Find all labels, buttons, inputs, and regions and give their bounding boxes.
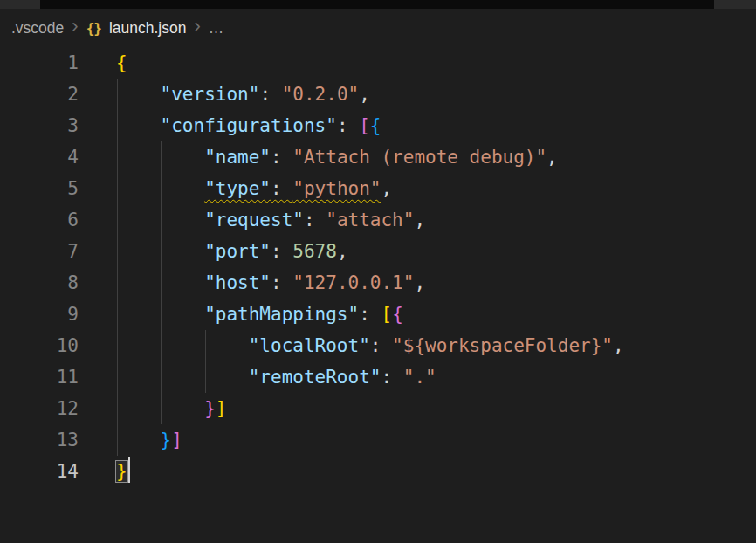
code-line[interactable]: "version": "0.2.0", [116, 79, 756, 110]
code-token: "." [403, 367, 436, 388]
code-token: "version" [161, 84, 260, 105]
code-token: "0.2.0" [282, 84, 360, 105]
line-number: 8 [0, 267, 79, 299]
code-line[interactable]: "type": "python", [116, 173, 756, 204]
code-line[interactable]: { [116, 47, 756, 79]
code-line[interactable]: "request": "attach", [116, 204, 756, 236]
vscode-window: .vscode › {} launch.json › … 12345678910… [0, 0, 756, 543]
line-number: 6 [0, 204, 79, 236]
code-token: : [271, 272, 292, 293]
window-top-strip [0, 0, 756, 9]
code-token: "127.0.0.1" [292, 272, 414, 293]
chevron-right-icon: › [72, 17, 78, 36]
line-number: 4 [0, 141, 79, 173]
code-token: : [271, 178, 292, 199]
tab-strip-fragment [714, 0, 756, 9]
line-number: 3 [0, 110, 79, 141]
line-number: 1 [0, 47, 79, 79]
breadcrumb-folder[interactable]: .vscode [11, 19, 64, 38]
code-line[interactable]: }] [116, 424, 756, 456]
code-token [116, 367, 249, 388]
tab-strip-fragment [0, 0, 40, 9]
code-area[interactable]: { "version": "0.2.0", "configurations": … [116, 47, 756, 487]
code-token: 5678 [292, 241, 337, 262]
code-token: "remoteRoot" [249, 367, 381, 388]
code-token: { [392, 304, 403, 325]
code-token: ] [171, 430, 182, 450]
line-number: 10 [0, 330, 79, 361]
code-line[interactable]: "localRoot": "${workspaceFolder}", [116, 330, 756, 361]
code-token: "python" [292, 178, 381, 199]
code-token: , [359, 84, 370, 105]
code-token: { [116, 52, 127, 73]
code-line[interactable]: "name": "Attach (remote debug)", [116, 141, 756, 173]
code-token: , [414, 272, 425, 293]
code-token: "type" [204, 178, 271, 199]
text-cursor [128, 457, 130, 483]
code-token: : [370, 335, 392, 356]
code-token [116, 398, 204, 419]
code-token: : [304, 210, 326, 230]
code-line[interactable]: }] [116, 393, 756, 424]
code-token: "configurations" [161, 115, 337, 136]
line-number: 11 [0, 361, 79, 393]
code-token: [ [359, 115, 370, 136]
breadcrumb-symbol-ellipsis[interactable]: … [209, 19, 224, 38]
code-token: "name" [204, 147, 271, 168]
code-token: : [271, 147, 292, 168]
code-lines[interactable]: { "version": "0.2.0", "configurations": … [116, 47, 756, 487]
code-token: { [370, 115, 381, 136]
code-token [116, 178, 204, 199]
code-token: , [613, 335, 624, 356]
code-token: , [414, 210, 425, 230]
code-line[interactable]: "pathMappings": [{ [116, 299, 756, 330]
code-token: , [546, 147, 558, 168]
code-token: } [116, 461, 127, 482]
code-token: "pathMappings" [204, 304, 359, 325]
gutter: 1234567891011121314 [0, 47, 79, 487]
code-line[interactable]: "host": "127.0.0.1", [116, 267, 756, 299]
code-token: : [259, 84, 281, 105]
code-token: "request" [204, 210, 304, 230]
code-token [116, 272, 204, 293]
code-token: : [271, 241, 292, 262]
code-token: } [161, 430, 172, 450]
code-token: [ [381, 304, 392, 325]
json-braces-icon: {} [86, 20, 101, 37]
code-line[interactable]: } [116, 456, 756, 487]
code-token [116, 115, 161, 136]
code-line[interactable]: "port": 5678, [116, 236, 756, 267]
line-number: 13 [0, 424, 79, 456]
code-token: "port" [204, 241, 271, 262]
line-number: 2 [0, 79, 79, 110]
code-token [116, 210, 204, 230]
code-token: "localRoot" [249, 335, 370, 356]
code-token: ] [216, 398, 227, 419]
code-token [116, 430, 161, 450]
code-token [116, 304, 204, 325]
editor[interactable]: 1234567891011121314 { "version": "0.2.0"… [0, 47, 756, 487]
code-token [116, 84, 161, 105]
code-token: } [204, 398, 216, 419]
code-token: , [381, 178, 392, 199]
line-number: 12 [0, 393, 79, 424]
code-token: "host" [204, 272, 271, 293]
code-line[interactable]: "configurations": [{ [116, 110, 756, 141]
code-token: "Attach (remote debug)" [292, 147, 546, 168]
code-token: , [337, 241, 348, 262]
breadcrumb: .vscode › {} launch.json › … [0, 9, 756, 47]
code-token [116, 147, 204, 168]
code-token: : [359, 304, 381, 325]
line-number: 9 [0, 299, 79, 330]
line-number: 5 [0, 173, 79, 204]
code-token: "${workspaceFolder}" [392, 335, 613, 356]
line-number: 7 [0, 236, 79, 267]
line-number: 14 [0, 456, 79, 487]
code-token: : [381, 367, 402, 388]
breadcrumb-file[interactable]: launch.json [109, 19, 187, 38]
code-token [116, 241, 204, 262]
code-token: "attach" [326, 210, 414, 230]
chevron-right-icon: › [194, 17, 200, 36]
code-line[interactable]: "remoteRoot": "." [116, 361, 756, 393]
code-token: : [337, 115, 359, 136]
